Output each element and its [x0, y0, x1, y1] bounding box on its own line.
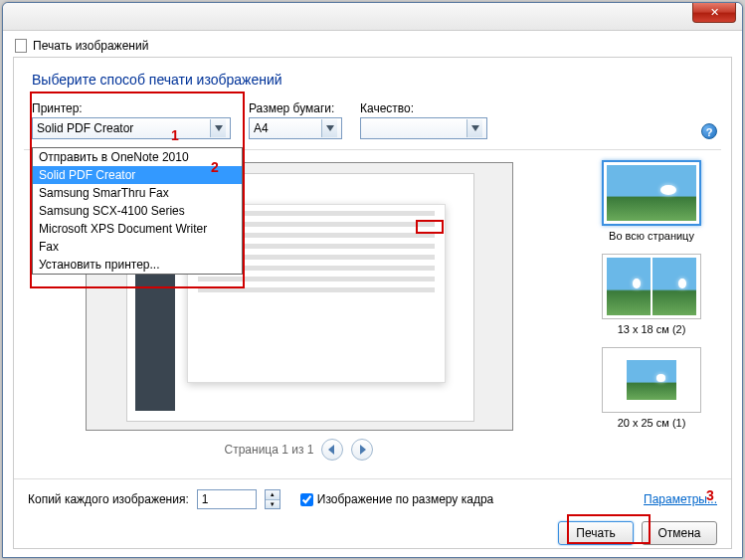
cancel-button[interactable]: Отмена — [642, 521, 717, 545]
print-button[interactable]: Печать — [558, 521, 634, 545]
dropdown-item[interactable]: Microsoft XPS Document Writer — [33, 220, 242, 238]
dropdown-item[interactable]: Solid PDF Creator — [33, 166, 242, 184]
button-row: Печать Отмена — [14, 515, 731, 555]
layout-option[interactable]: 20 x 25 см (1) — [582, 347, 721, 429]
quality-combo[interactable] — [360, 117, 487, 139]
layouts-pane[interactable]: Во всю страницу13 x 18 см (2)20 x 25 см … — [582, 156, 721, 478]
paper-size-combo[interactable]: A4 — [249, 117, 342, 139]
pager-text: Страница 1 из 1 — [225, 443, 314, 457]
quality-label: Качество: — [360, 101, 487, 115]
dropdown-item[interactable]: Установить принтер... — [33, 256, 242, 274]
help-icon[interactable]: ? — [701, 123, 717, 139]
fit-checkbox[interactable] — [300, 493, 313, 506]
dialog-subtitle: Выберите способ печати изображений — [14, 58, 731, 97]
dialog-header: Печать изображений — [3, 31, 742, 57]
layout-option[interactable]: Во всю страницу — [582, 160, 721, 242]
copies-input[interactable] — [197, 489, 257, 509]
close-button[interactable]: ✕ — [692, 3, 736, 23]
printer-combo[interactable]: Solid PDF Creator — [32, 117, 231, 139]
parameters-link[interactable]: Параметры... — [644, 492, 717, 506]
printer-dropdown[interactable]: Отправить в OneNote 2010Solid PDF Creato… — [32, 147, 243, 275]
fit-checkbox-wrap[interactable]: Изображение по размеру кадра — [300, 492, 493, 506]
layout-thumbnail — [602, 347, 701, 413]
print-dialog: ✕ Печать изображений Выберите способ печ… — [2, 2, 743, 558]
layout-label: 13 x 18 см (2) — [618, 323, 686, 335]
layout-label: Во всю страницу — [609, 230, 694, 242]
dropdown-item[interactable]: Samsung SCX-4100 Series — [33, 202, 242, 220]
chevron-down-icon — [466, 119, 482, 137]
bottom-strip: Копий каждого изображения: ▲ ▼ Изображен… — [14, 478, 731, 515]
dropdown-item[interactable]: Samsung SmarThru Fax — [33, 184, 242, 202]
layout-thumbnail — [602, 160, 701, 226]
printer-label: Принтер: — [32, 101, 231, 115]
chevron-down-icon — [210, 119, 226, 137]
printer-icon — [15, 39, 27, 53]
spinner-up-icon[interactable]: ▲ — [266, 490, 279, 500]
dropdown-item[interactable]: Fax — [33, 238, 242, 256]
titlebar: ✕ — [3, 3, 742, 31]
pager: Страница 1 из 1 — [225, 439, 374, 461]
dialog-body: Выберите способ печати изображений Принт… — [13, 57, 732, 549]
controls-row: Принтер: Solid PDF Creator Размер бумаги… — [14, 97, 731, 145]
prev-page-button[interactable] — [321, 439, 343, 461]
spinner-down-icon[interactable]: ▼ — [266, 500, 279, 509]
chevron-down-icon — [321, 119, 337, 137]
paper-label: Размер бумаги: — [249, 101, 342, 115]
layout-thumbnail — [602, 254, 701, 319]
next-page-button[interactable] — [351, 439, 373, 461]
copies-spinner[interactable]: ▲ ▼ — [265, 489, 280, 509]
printer-value: Solid PDF Creator — [37, 121, 210, 135]
fit-label: Изображение по размеру кадра — [317, 492, 493, 506]
layout-option[interactable]: 13 x 18 см (2) — [582, 254, 721, 335]
paper-value: A4 — [254, 121, 321, 135]
layout-label: 20 x 25 см (1) — [618, 417, 686, 429]
copies-label: Копий каждого изображения: — [28, 492, 189, 506]
dropdown-item[interactable]: Отправить в OneNote 2010 — [33, 148, 242, 166]
dialog-title: Печать изображений — [33, 39, 148, 53]
